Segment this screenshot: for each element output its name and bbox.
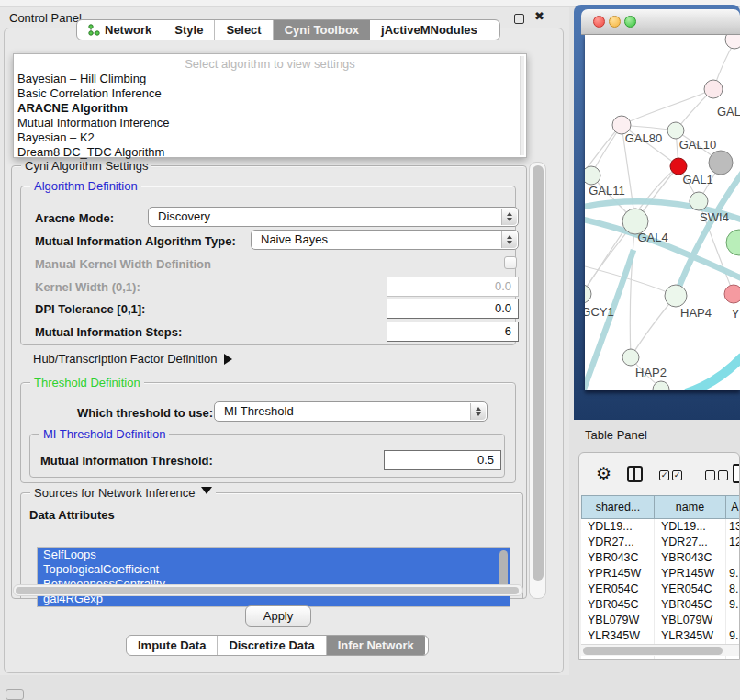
node-label: GAL	[717, 105, 740, 119]
hub-definition-expander[interactable]: Hub/Transcription Factor Definition	[33, 352, 238, 366]
sources-group-title[interactable]: Sources for Network Inference	[30, 486, 216, 500]
popup-scrollbar[interactable]	[520, 56, 524, 155]
column-header[interactable]: name	[655, 495, 726, 519]
table-row[interactable]: YDR27...YDR27...12	[581, 535, 740, 550]
algorithm-option[interactable]: Bayesian – Hill Climbing	[14, 72, 526, 86]
tab-network-label: Network	[105, 23, 151, 37]
algorithm-option[interactable]: Mutual Information Inference	[14, 116, 526, 130]
split-pane-icon[interactable]	[627, 466, 643, 482]
kernel-width-field[interactable]: 0.0	[387, 277, 519, 297]
which-threshold-combo[interactable]: MI Threshold	[214, 401, 488, 422]
data-attributes-label: Data Attributes	[29, 508, 115, 522]
mi-type-combo[interactable]: Naive Bayes	[251, 230, 519, 250]
table-row[interactable]: YBL079WYBL079W	[581, 613, 740, 628]
node-hap4[interactable]	[665, 285, 687, 307]
tab-infer-network[interactable]: Infer Network	[327, 636, 425, 655]
float-window-icon[interactable]	[514, 14, 524, 24]
network-graph: GAL GAL80 GAL10 GAL1 GAL11 SWI4 GAL4 GCY…	[585, 35, 740, 390]
column-header[interactable]: shared...	[581, 495, 655, 519]
aracne-mode-combo[interactable]: Discovery	[148, 207, 519, 227]
algorithm-option[interactable]: Basic Correlation Inference	[14, 86, 526, 101]
tab-style[interactable]: Style	[163, 20, 215, 40]
tab-network[interactable]: Network	[77, 20, 163, 40]
manual-kernel-checkbox[interactable]	[504, 256, 517, 269]
table-panel-window: ⚙ ✓ ✓ shared... name A YDL19...YDL19...1…	[578, 452, 740, 660]
mi-type-label: Mutual Information Algorithm Type:	[35, 234, 236, 248]
algorithm-option-selected[interactable]: ARACNE Algorithm	[14, 101, 526, 116]
attribute-item[interactable]: SelfLoops	[38, 548, 510, 562]
settings-vertical-scrollbar[interactable]	[529, 162, 546, 599]
node-swi4[interactable]	[690, 192, 708, 210]
mi-threshold-field[interactable]: 0.5	[384, 450, 501, 470]
mi-threshold-label: Mutual Information Threshold:	[40, 454, 213, 468]
network-window-titlebar[interactable]	[581, 9, 740, 35]
table-row[interactable]: YER054CYER054C8.	[581, 581, 740, 597]
table-horizontal-scrollbar[interactable]	[581, 644, 739, 656]
algorithm-option[interactable]: Dream8 DC_TDC Algorithm	[14, 145, 526, 160]
unchecked-checkbox-icon[interactable]	[705, 470, 715, 480]
kernel-width-label: Kernel Width (0,1):	[35, 280, 140, 294]
which-threshold-label: Which threshold to use:	[77, 406, 213, 420]
checked-checkbox-icon[interactable]: ✓	[672, 470, 682, 480]
node-label: SWI4	[700, 210, 729, 224]
aracne-mode-label: Aracne Mode:	[35, 211, 114, 225]
mi-threshold-group-title: MI Threshold Definition	[39, 427, 169, 441]
node[interactable]	[725, 35, 740, 49]
node-label: HAP2	[635, 366, 667, 379]
node-gcy1[interactable]	[585, 285, 591, 303]
node-gal11[interactable]	[585, 166, 600, 185]
algorithm-dropdown-popup: Select algorithm to view settings Bayesi…	[13, 53, 527, 158]
table-toolbar: ⚙ ✓ ✓	[579, 453, 740, 495]
threshold-definition-title: Threshold Definition	[30, 376, 144, 390]
network-icon	[88, 24, 100, 36]
settings-horizontal-scrollbar[interactable]	[13, 584, 523, 596]
column-header[interactable]: A	[726, 495, 740, 519]
attribute-item[interactable]: TopologicalCoefficient	[38, 562, 510, 577]
node-gal-partial[interactable]	[704, 80, 723, 98]
node-label: GAL80	[625, 131, 662, 145]
table-row[interactable]: YPR145WYPR145W9.	[581, 566, 740, 581]
close-traffic-light[interactable]	[593, 16, 605, 28]
node-label: GAL10	[679, 138, 716, 152]
unchecked-checkbox-icon[interactable]	[718, 470, 728, 480]
table-row[interactable]: YBR043CYBR043C	[581, 550, 740, 566]
node-label: HAP4	[680, 306, 712, 320]
node-salmon[interactable]	[724, 285, 740, 303]
table-row[interactable]: YLR345WYLR345W9.	[581, 628, 740, 644]
mi-steps-field[interactable]: 6	[387, 322, 519, 342]
control-panel-window: Control Panel ✖ Network Style Select Cyn…	[0, 7, 569, 675]
node-hap2[interactable]	[622, 349, 639, 366]
dpi-tolerance-field[interactable]: 0.0	[387, 299, 519, 319]
algorithm-definition-title: Algorithm Definition	[30, 179, 141, 193]
gear-icon[interactable]: ⚙	[596, 463, 611, 483]
attribute-table: shared... name A YDL19...YDL19...13 YDR2…	[581, 495, 740, 660]
minimize-traffic-light[interactable]	[609, 16, 621, 28]
node-label: GAL1	[682, 173, 712, 186]
table-row[interactable]: YBR045CYBR045C9.	[581, 597, 740, 613]
tab-select[interactable]: Select	[215, 20, 273, 40]
control-panel-tabs: Network Style Select Cyni Toolbox jActiv…	[76, 19, 500, 40]
attributes-scrollbar[interactable]	[499, 549, 509, 604]
network-canvas[interactable]: GAL GAL80 GAL10 GAL1 GAL11 SWI4 GAL4 GCY…	[585, 35, 740, 390]
checked-checkbox-icon[interactable]: ✓	[659, 470, 669, 480]
tab-cyni-toolbox[interactable]: Cyni Toolbox	[274, 20, 370, 40]
combo-arrows-icon	[501, 231, 517, 248]
mi-steps-label: Mutual Information Steps:	[35, 325, 182, 339]
node-label: GCY1	[585, 305, 614, 319]
table-panel-title: Table Panel	[585, 428, 647, 442]
zoom-traffic-light[interactable]	[624, 16, 636, 28]
node-green-partial[interactable]	[726, 230, 740, 255]
document-icon[interactable]	[733, 464, 740, 483]
apply-button[interactable]: Apply	[245, 605, 311, 627]
algorithm-option[interactable]: Bayesian – K2	[14, 130, 526, 145]
table-row[interactable]: YDL19...YDL19...13	[581, 519, 740, 535]
node-gal10[interactable]	[667, 122, 684, 139]
tab-jactivemnodules[interactable]: jActiveMNodules	[370, 20, 488, 40]
node-gray[interactable]	[709, 151, 733, 175]
panel-grip[interactable]	[6, 689, 24, 700]
tab-impute-data[interactable]: Impute Data	[127, 636, 218, 655]
tab-discretize-data[interactable]: Discretize Data	[218, 636, 326, 655]
control-panel-title: Control Panel	[9, 11, 82, 25]
close-icon[interactable]: ✖	[534, 9, 544, 23]
cyan-edge	[686, 356, 740, 390]
